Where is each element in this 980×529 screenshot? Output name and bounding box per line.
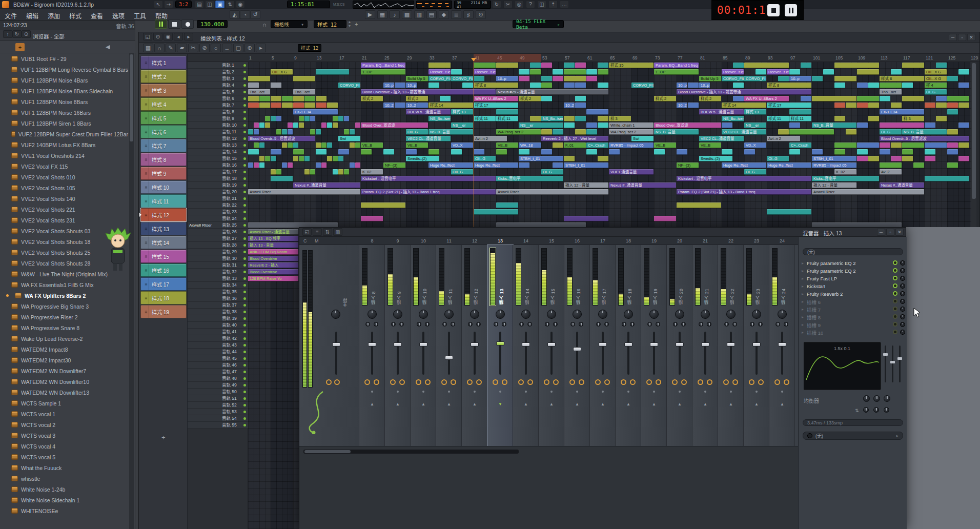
pattern-song-swap-icon[interactable]: ⇅ xyxy=(226,1,235,8)
browser-item[interactable]: VUF2 140BPM Lotus FX 8Bars xyxy=(0,139,128,150)
channel-pan-knob[interactable] xyxy=(778,310,787,319)
channel-solo-button[interactable] xyxy=(707,379,712,385)
effect-slot[interactable]: ▸插槽 7 xyxy=(802,306,892,313)
pattern-item[interactable]: ≡样式 6 xyxy=(140,125,187,138)
playlist-clip-fragment[interactable] xyxy=(564,123,575,128)
track-mute-led[interactable] xyxy=(243,91,246,93)
mixer-channel[interactable]: 插入 17▲ xyxy=(590,245,616,446)
track-mute-led[interactable] xyxy=(243,371,246,373)
slot-enable-led[interactable] xyxy=(893,322,897,327)
playlist-clip[interactable] xyxy=(936,103,947,108)
track-mute-led[interactable] xyxy=(243,191,246,193)
track-header[interactable]: 音轨 31 xyxy=(188,262,248,269)
fx-mini-slider[interactable] xyxy=(899,345,901,382)
mixer-channel-number[interactable]: 15 xyxy=(539,238,564,243)
swap-icon[interactable]: ⇅ xyxy=(855,408,859,413)
playlist-clip[interactable]: WA Prog..ser 2 xyxy=(609,129,654,135)
playlist-clip-fragment[interactable] xyxy=(857,149,868,155)
playlist-clip-fragment[interactable] xyxy=(575,129,586,135)
playlist-clip[interactable]: 样式 8 xyxy=(880,76,924,82)
channel-solo-button[interactable] xyxy=(784,379,789,385)
playlist-clip-fragment[interactable] xyxy=(271,156,276,161)
recording-filter-icon[interactable]: ◉ xyxy=(236,1,245,8)
channel-solo-button[interactable] xyxy=(579,379,584,385)
playlist-clip[interactable]: F..01 xyxy=(564,143,586,148)
slot-mix-knob[interactable] xyxy=(900,314,905,319)
menu-item-文件[interactable]: 文件 xyxy=(0,9,22,21)
search-icon[interactable]: ⊙ xyxy=(22,30,31,38)
slot-mix-knob[interactable] xyxy=(900,291,905,296)
playlist-clip-fragment[interactable] xyxy=(530,69,541,75)
track-header[interactable]: 音轨 15 xyxy=(188,155,248,162)
track-header[interactable]: 音轨 40 xyxy=(188,322,248,329)
playlist-clip[interactable] xyxy=(248,96,259,101)
track-header[interactable]: 音轨 53 xyxy=(188,409,248,415)
playhead-marker[interactable] xyxy=(471,58,476,62)
playlist-clip-fragment[interactable] xyxy=(496,149,507,155)
track-mute-led[interactable] xyxy=(243,351,246,353)
track-mute-led[interactable] xyxy=(243,177,246,180)
channel-solo-button[interactable] xyxy=(681,379,687,385)
playlist-clip-fragment[interactable] xyxy=(553,69,563,75)
browser-item[interactable]: VUF1 128BPM Noise 8Bars xyxy=(0,96,128,107)
channel-stereo-knob[interactable] xyxy=(656,322,660,327)
playlist-clip-fragment[interactable] xyxy=(958,143,969,148)
track-mute-led[interactable] xyxy=(243,364,246,367)
channel-mute-button[interactable] xyxy=(723,379,729,385)
delete-icon[interactable]: ⊘ xyxy=(199,44,210,52)
preset-selector[interactable]: 04-15 FLEX Beta▸ xyxy=(513,20,564,28)
playlist-clip[interactable]: CORVO_FILTER xyxy=(744,76,766,82)
playlist-clip[interactable]: NS_B..音量 xyxy=(654,129,699,135)
channel-fader[interactable] xyxy=(653,332,655,375)
playlist-clip[interactable] xyxy=(361,202,405,208)
track-header[interactable]: 音轨 34 xyxy=(188,282,248,289)
master-pan-knob[interactable] xyxy=(331,310,340,319)
track-mute-led[interactable] xyxy=(243,311,246,313)
channel-solo-button[interactable] xyxy=(656,379,661,385)
playlist-clip[interactable]: Build Up 5 xyxy=(406,76,428,82)
playlist-clip-fragment[interactable] xyxy=(586,76,597,82)
playlist-clip[interactable]: NS__er xyxy=(519,123,563,128)
channel-route-arrow[interactable]: ▲ xyxy=(447,402,451,406)
playlist-clip-fragment[interactable] xyxy=(293,143,298,148)
playlist-clip[interactable]: Huge Re..ffect xyxy=(474,162,518,168)
channel-sep-knob[interactable] xyxy=(468,322,473,327)
playlist-clip[interactable] xyxy=(857,69,879,75)
slot-mix-knob[interactable] xyxy=(900,268,905,273)
playlist-clip[interactable]: Axwell Riser xyxy=(496,189,608,195)
mixer-channel[interactable]: 插入 19▲ xyxy=(641,245,667,446)
playlist-clip[interactable]: 插入 12 - 音量 xyxy=(564,182,608,188)
pattern-down-icon[interactable]: ▾ xyxy=(349,24,351,28)
playlist-clip[interactable] xyxy=(316,69,349,75)
playlist-clip[interactable] xyxy=(248,76,270,82)
track-header[interactable]: 音轨 4 xyxy=(188,82,248,89)
playlist-clip-fragment[interactable] xyxy=(519,149,529,155)
fx-mini-slider[interactable] xyxy=(892,345,893,382)
track-header[interactable]: 音轨 33 xyxy=(188,275,248,282)
browser-item[interactable]: WA FX Uplifters 8Bars 2 xyxy=(0,290,128,301)
playlist-clip-fragment[interactable] xyxy=(891,156,902,161)
channel-pan-knob[interactable] xyxy=(726,310,736,319)
browser-item[interactable]: VVE2 Vocal Shots 231 xyxy=(0,215,128,226)
playlist-clip[interactable] xyxy=(496,109,518,115)
playlist-clip-fragment[interactable] xyxy=(276,169,281,175)
effect-slot[interactable]: ▸Fruity Reeverb 2 xyxy=(802,290,892,298)
speaker-icon[interactable]: ◀ xyxy=(106,44,110,50)
playlist-clip[interactable]: OII..G xyxy=(406,129,428,135)
browser-item[interactable]: VUF2 128BPM Super Crest Drum Filler 12Ba… xyxy=(0,129,128,139)
browser-item[interactable]: VVE2 Vocal FX 115 xyxy=(0,161,128,172)
track-mute-led[interactable] xyxy=(243,297,246,300)
playlist-clip[interactable]: Param. EQ...Band 1 freq xyxy=(654,63,699,68)
paint-pattern-display[interactable]: 样式 12 xyxy=(298,44,321,52)
playlist-clip-fragment[interactable] xyxy=(304,116,310,121)
maximize-icon[interactable]: ▫ xyxy=(886,229,894,236)
playlist-clip-fragment[interactable] xyxy=(293,149,304,155)
mixer-channel[interactable]: 插入 8▲ xyxy=(359,245,385,446)
playlist-clip-fragment[interactable] xyxy=(733,96,744,101)
track-header[interactable]: 音轨 35 xyxy=(188,289,248,295)
clock-stop-button[interactable] xyxy=(767,4,780,16)
track-mute-led[interactable] xyxy=(243,64,246,67)
playlist-clip-fragment[interactable] xyxy=(654,149,665,155)
playlist-clip-fragment[interactable] xyxy=(744,149,755,155)
magnet-icon[interactable]: ∩ xyxy=(154,44,165,52)
